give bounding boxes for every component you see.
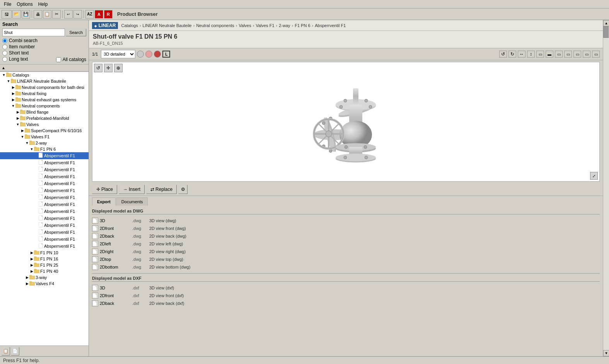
tree-item[interactable]: ▶F1 PN 16 [0, 256, 89, 262]
tree-item[interactable]: ▶SuperCompact PN 6/10/16 [0, 128, 89, 134]
color-btn-red[interactable] [154, 51, 161, 58]
tree-expand-icon[interactable]: ▶ [15, 116, 20, 120]
place-button[interactable]: ✛ Place [92, 185, 117, 194]
replace-button[interactable]: ⇄ Replace [146, 185, 177, 194]
tree-item[interactable]: ▶F1 PN 10 [0, 250, 89, 256]
radio-combi-input[interactable] [2, 38, 7, 43]
breadcrumb-valves[interactable]: Valves [239, 23, 251, 28]
scroll-up-btn[interactable]: ▲ [603, 20, 609, 26]
tree-item[interactable]: Absperrventil F1 [0, 201, 89, 208]
view-mode-select[interactable]: 3D detailed 3D simplified 2D front 2D ba… [101, 50, 135, 58]
tree-item[interactable]: ▶Neutral componants for bath desi [0, 84, 89, 90]
view-box7-btn[interactable]: ▭ [592, 51, 600, 58]
view-rotate-btn[interactable]: ↺ [499, 51, 507, 58]
tree-expand-icon[interactable]: ▶ [11, 92, 15, 95]
tree-item[interactable]: ▼Neutral components [0, 103, 89, 109]
toolbar-btn-az[interactable]: AZ [85, 10, 94, 19]
tree-item[interactable]: ▶Prefabricated-Manifold [0, 115, 89, 121]
tree-expand-icon[interactable]: ▶ [29, 263, 34, 267]
scroll-down-btn[interactable]: ▼ [603, 350, 609, 356]
tree-item[interactable]: Absperrventil F1 [0, 187, 89, 194]
tree-item[interactable]: Absperrventil F1 [0, 208, 89, 215]
toolbar-btn-6[interactable]: ✂ [52, 10, 61, 19]
zoom-tool-btn[interactable]: ⊕ [114, 64, 123, 72]
left-bottom-btn-2[interactable]: 📄 [11, 347, 19, 355]
view-box6-btn[interactable]: ▭ [583, 51, 590, 58]
tree-expand-icon[interactable]: ▼ [29, 147, 34, 151]
breadcrumb-catalogs[interactable]: Catalogs [121, 23, 138, 28]
breadcrumb-neutral-comp[interactable]: Neutral components [196, 23, 234, 28]
tree-expand-icon[interactable]: ▼ [6, 79, 11, 83]
menu-help[interactable]: Help [36, 1, 50, 8]
view-box4-btn[interactable]: ▭ [564, 51, 572, 58]
tree-item[interactable]: Absperrventil F1 [0, 194, 89, 201]
tree-item[interactable]: Absperrventil F1 [0, 229, 89, 236]
tree-item[interactable]: ▼Catalogs [0, 72, 89, 78]
tree-item[interactable]: ▼F1 PN 6 [0, 146, 89, 152]
color-btn-gray[interactable] [137, 51, 144, 58]
rotate-tool-btn[interactable]: ↺ [94, 64, 102, 72]
breadcrumb-absperr[interactable]: Absperrventil F1 [315, 23, 346, 28]
view-box3-btn[interactable]: ▭ [555, 51, 563, 58]
tree-item[interactable]: Absperrventil F1 [0, 159, 89, 166]
tree-item[interactable]: Absperrventil F1 [0, 236, 89, 243]
tree-item[interactable]: ▶Valves F4 [0, 281, 89, 287]
tree-item[interactable]: Absperrventil F1 [0, 180, 89, 187]
toolbar-btn-7[interactable]: ↩ [64, 10, 73, 19]
tab-documents[interactable]: Documents [116, 197, 148, 206]
scrollbar-thumb[interactable] [603, 26, 609, 38]
tab-export[interactable]: Export [92, 197, 116, 206]
tree-expand-icon[interactable]: ▼ [20, 135, 25, 139]
tree-item[interactable]: ▼2-way [0, 140, 89, 146]
view-flip-btn[interactable]: ↔ [518, 51, 525, 58]
color-btn-pink[interactable] [145, 51, 152, 58]
tree-item[interactable]: Absperrventil F1 [0, 222, 89, 229]
tree-item[interactable]: Absperrventil F1 [0, 243, 89, 250]
tree-item[interactable]: Absperrventil F1 [0, 166, 89, 173]
tree-expand-icon[interactable]: ▶ [11, 98, 15, 102]
tree-item[interactable]: ▶Blind flange [0, 109, 89, 115]
left-bottom-btn-1[interactable]: 📋 [2, 347, 10, 355]
tree-item[interactable]: ▶Neutral exhaust gas systems [0, 97, 89, 103]
checkbox-allcat-input[interactable] [56, 57, 61, 62]
menu-options[interactable]: Options [14, 1, 35, 8]
tree-item[interactable]: Absperrventil F1 [0, 152, 89, 159]
radio-long-input[interactable] [2, 57, 7, 62]
viewport[interactable]: ↺ ✛ ⊕ [92, 62, 600, 182]
search-button[interactable]: Search [66, 29, 86, 36]
view-box1-btn[interactable]: ▭ [536, 51, 544, 58]
view-box2-btn[interactable]: ▬ [546, 51, 553, 58]
search-input[interactable] [2, 29, 65, 36]
toolbar-btn-5[interactable]: 📋 [43, 10, 51, 19]
insert-button[interactable]: → Insert [119, 185, 145, 194]
breadcrumb-linear[interactable]: LINEAR Neutrale Bauteile [143, 23, 192, 28]
breadcrumb-2way[interactable]: 2-way [279, 23, 290, 28]
view-icon-L[interactable]: L [162, 51, 170, 58]
radio-item-input[interactable] [2, 44, 7, 49]
tree-expand-icon[interactable]: ▼ [25, 141, 29, 145]
tree-expand-icon[interactable]: ▼ [2, 73, 6, 77]
tree-item[interactable]: Absperrventil F1 [0, 173, 89, 180]
toolbar-btn-4[interactable]: 🖶 [34, 10, 42, 19]
tree-expand-icon[interactable]: ▼ [15, 122, 20, 126]
breadcrumb-f1pn6[interactable]: F1 PN 6 [295, 23, 310, 28]
tree-expand-icon[interactable]: ▶ [29, 251, 34, 255]
tree-item[interactable]: ▼Valves [0, 121, 89, 128]
toolbar-btn-1[interactable]: 🖫 [2, 10, 12, 19]
tree-item[interactable]: ▼Valves F1 [0, 134, 89, 140]
tree-expand-icon[interactable]: ▶ [29, 269, 34, 273]
tree-item[interactable]: ▶Neutral fixing [0, 90, 89, 97]
tree-expand-icon[interactable]: ▼ [11, 104, 15, 108]
tree-expand-icon[interactable]: ▶ [20, 129, 25, 133]
tree-expand-icon[interactable]: ▶ [15, 110, 20, 114]
tree-expand-icon[interactable]: ▶ [29, 257, 34, 261]
settings-button[interactable]: ⚙ [178, 185, 188, 194]
tree-expand-icon[interactable]: ▶ [25, 282, 29, 286]
toolbar-btn-8[interactable]: ↪ [73, 10, 82, 19]
pan-tool-btn[interactable]: ✛ [104, 64, 113, 72]
view-flip2-btn[interactable]: ↕ [527, 51, 535, 58]
tree-item[interactable]: ▶F1 PN 25 [0, 262, 89, 268]
toolbar-btn-r[interactable]: R [104, 10, 113, 19]
tree-item[interactable]: ▼LINEAR Neutrale Bauteile [0, 78, 89, 84]
radio-short-input[interactable] [2, 51, 7, 56]
